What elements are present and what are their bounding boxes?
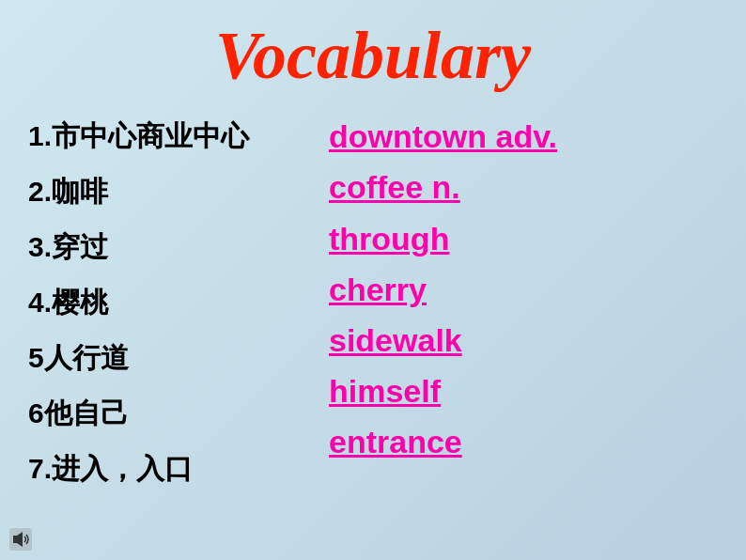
english-item: through — [329, 214, 718, 263]
content-area: 1.市中心商业中心2.咖啡3.穿过4.樱桃5人行道6他自己7.进入，入口 dow… — [28, 112, 718, 492]
chinese-item: 5人行道 — [28, 334, 329, 381]
left-column: 1.市中心商业中心2.咖啡3.穿过4.樱桃5人行道6他自己7.进入，入口 — [28, 112, 329, 492]
chinese-item: 3.穿过 — [28, 223, 329, 271]
english-item: downtown adv. — [329, 112, 718, 161]
chinese-item: 4.樱桃 — [28, 278, 329, 326]
chinese-item: 6他自己 — [28, 389, 329, 437]
chinese-item: 1.市中心商业中心 — [28, 112, 329, 160]
page-container: Vocabulary 1.市中心商业中心2.咖啡3.穿过4.樱桃5人行道6他自己… — [0, 0, 746, 560]
sound-icon[interactable] — [9, 528, 32, 551]
english-item: himself — [329, 366, 718, 415]
english-item: entrance — [329, 417, 718, 466]
english-item: sidewalk — [329, 316, 718, 365]
chinese-item: 7.进入，入口 — [28, 444, 329, 492]
right-column: downtown adv.coffee n.throughcherrysidew… — [329, 112, 718, 492]
english-item: cherry — [329, 265, 718, 314]
chinese-item: 2.咖啡 — [28, 167, 329, 215]
page-title: Vocabulary — [28, 19, 718, 93]
english-item: coffee n. — [329, 163, 718, 211]
